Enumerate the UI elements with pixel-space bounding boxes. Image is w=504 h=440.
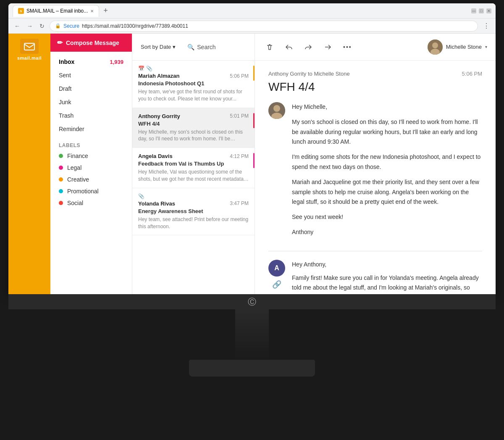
email-1-time: 5:06 PM xyxy=(230,73,249,79)
refresh-btn[interactable]: ↻ xyxy=(38,21,46,31)
promotional-dot xyxy=(59,189,63,193)
new-tab-btn[interactable]: + xyxy=(101,6,110,15)
nav-draft-label: Draft xyxy=(59,85,71,92)
email-list-toolbar: Sort by Date ▾ 🔍 Search xyxy=(132,34,255,61)
logo-text: smail.mail xyxy=(17,55,42,61)
browser-tab[interactable]: S SMAIL.MAIL – Email inbo... ✕ xyxy=(13,5,99,17)
body-para-4: Mariah and Jacqueline got me their prior… xyxy=(292,177,482,207)
nav-items: Inbox 1,939 Sent Draft Junk Trash xyxy=(50,52,132,139)
sidebar-item-inbox[interactable]: Inbox 1,939 xyxy=(50,55,132,69)
svg-rect-0 xyxy=(24,43,34,50)
sidebar-logo: smail.mail xyxy=(17,39,42,61)
back-btn[interactable]: ← xyxy=(13,21,22,31)
email-4-preview: Hey team, see attached! Print before our… xyxy=(138,216,249,230)
delete-button[interactable] xyxy=(263,41,276,53)
sidebar-item-reminder[interactable]: Reminder xyxy=(50,122,132,136)
user-name: Michelle Stone xyxy=(446,44,482,50)
label-social[interactable]: Social xyxy=(59,197,123,209)
email-item-3[interactable]: Angela Davis 4:12 PM Feedback from Val i… xyxy=(132,148,255,188)
finance-label: Finance xyxy=(67,153,88,159)
label-creative[interactable]: Creative xyxy=(59,174,123,185)
email-body-section: Hey Michelle, My son's school is closed … xyxy=(268,102,482,242)
label-legal[interactable]: Legal xyxy=(59,162,123,174)
email-2-sender: Anthony Gorrity xyxy=(138,113,180,119)
close-btn[interactable]: ✕ xyxy=(486,8,491,13)
legal-label: Legal xyxy=(67,164,81,171)
email-item-4[interactable]: 📎 Yolanda Rivas 3:47 PM Energy Awareness… xyxy=(132,188,255,236)
creative-dot xyxy=(59,177,63,182)
forward-btn[interactable]: → xyxy=(25,21,34,31)
email-body-text: Hey Michelle, My son's school is closed … xyxy=(292,102,482,242)
social-label: Social xyxy=(67,200,83,206)
email-4-header: Yolanda Rivas 3:47 PM xyxy=(138,200,249,207)
reply-para-2: Family first! Make sure you call in for … xyxy=(292,273,482,294)
sidebar-item-trash[interactable]: Trash xyxy=(50,109,132,122)
monitor: S SMAIL.MAIL – Email inbo... ✕ + — □ ✕ ←… xyxy=(0,0,504,377)
window-controls: — □ ✕ xyxy=(471,8,491,13)
promotional-label: Promotional xyxy=(67,188,99,195)
reply-section: A 🔗 Hey Anthony, Family first! Make sure… xyxy=(268,260,482,294)
nav-junk-label: Junk xyxy=(59,99,71,105)
email-list: 📅 📎 Mariah Almazan 5:06 PM Indonesia Pho… xyxy=(132,61,255,294)
secure-icon: 🔒 xyxy=(55,23,61,29)
reply-button[interactable] xyxy=(302,41,315,53)
email-meta: Anthony Gorrity to Michelle Stone 5:06 P… xyxy=(268,71,482,77)
social-dot xyxy=(59,201,63,205)
nav-trash-label: Trash xyxy=(59,112,74,119)
sidebar-item-draft[interactable]: Draft xyxy=(50,82,132,95)
email-4-sender: Yolanda Rivas xyxy=(138,200,175,207)
browser-menu-btn[interactable]: ⋮ xyxy=(481,20,491,32)
email-3-preview: Hey Michelle, Val was questioning some o… xyxy=(138,169,249,183)
sidebar-item-junk[interactable]: Junk xyxy=(50,95,132,109)
monitor-bezel: Ⓒ xyxy=(8,294,496,309)
body-para-6: Anthony xyxy=(292,227,482,237)
email-3-time: 4:12 PM xyxy=(230,153,249,159)
email-2-preview: Hey Michelle, my son's school is closed … xyxy=(138,129,249,143)
email-2-indicator xyxy=(253,113,255,128)
body-para-3: I'm editing some shots for the new Indon… xyxy=(292,152,482,172)
logo-icon xyxy=(20,39,39,54)
attachment-icon-2: 📎 xyxy=(138,193,144,199)
sidebar-item-sent[interactable]: Sent xyxy=(50,69,132,82)
monitor-stand-neck xyxy=(235,309,269,360)
detail-toolbar: ••• Michelle Stone ▾ xyxy=(255,34,496,61)
secure-label: Secure xyxy=(63,23,79,29)
more-options-button[interactable]: ••• xyxy=(341,41,354,53)
browser-tab-bar: S SMAIL.MAIL – Email inbo... ✕ + — □ ✕ xyxy=(8,3,496,18)
app-container: smail.mail ✏ Compose Message Inbox 1,939… xyxy=(8,34,496,294)
user-profile[interactable]: Michelle Stone ▾ xyxy=(428,40,487,55)
email-1-icons: 📅 📎 xyxy=(138,66,249,71)
labels-title: Labels xyxy=(59,142,123,148)
label-promotional[interactable]: Promotional xyxy=(59,185,123,197)
email-divider xyxy=(268,251,482,251)
sort-arrow-icon: ▾ xyxy=(173,44,176,50)
email-3-sender: Angela Davis xyxy=(138,153,173,159)
legal-dot xyxy=(59,166,63,170)
body-para-5: See you next week! xyxy=(292,212,482,222)
email-detail-panel: ••• Michelle Stone ▾ xyxy=(255,34,496,294)
maximize-btn[interactable]: □ xyxy=(479,8,484,13)
email-item-2[interactable]: Anthony Gorrity 5:01 PM WFH 4/4 Hey Mich… xyxy=(132,108,255,148)
tab-close-btn[interactable]: ✕ xyxy=(90,9,94,13)
svg-point-5 xyxy=(273,105,280,112)
minimize-btn[interactable]: — xyxy=(471,8,476,13)
search-button[interactable]: 🔍 Search xyxy=(182,41,220,53)
tab-favicon: S xyxy=(18,8,24,14)
reply-back-button[interactable] xyxy=(283,41,295,53)
browser-window: S SMAIL.MAIL – Email inbo... ✕ + — □ ✕ ←… xyxy=(8,3,496,294)
sidebar: smail.mail xyxy=(8,34,50,294)
email-item-1[interactable]: 📅 📎 Mariah Almazan 5:06 PM Indonesia Pho… xyxy=(132,61,255,108)
user-avatar xyxy=(428,40,443,55)
svg-point-2 xyxy=(432,42,438,48)
labels-section: Labels Finance Legal Creative xyxy=(50,139,132,211)
nav-reminder-label: Reminder xyxy=(59,126,84,132)
attachment-icon: 📎 xyxy=(146,66,152,71)
compose-button[interactable]: ✏ Compose Message xyxy=(50,34,132,52)
email-2-time: 5:01 PM xyxy=(230,113,249,119)
forward-button[interactable] xyxy=(321,41,334,53)
address-bar[interactable]: 🔒 Secure https://smail.mail/10300/nrgdri… xyxy=(50,21,478,32)
email-1-indicator xyxy=(253,66,255,81)
finance-dot xyxy=(59,154,63,158)
sort-button[interactable]: Sort by Date ▾ xyxy=(137,41,179,53)
label-finance[interactable]: Finance xyxy=(59,150,123,162)
